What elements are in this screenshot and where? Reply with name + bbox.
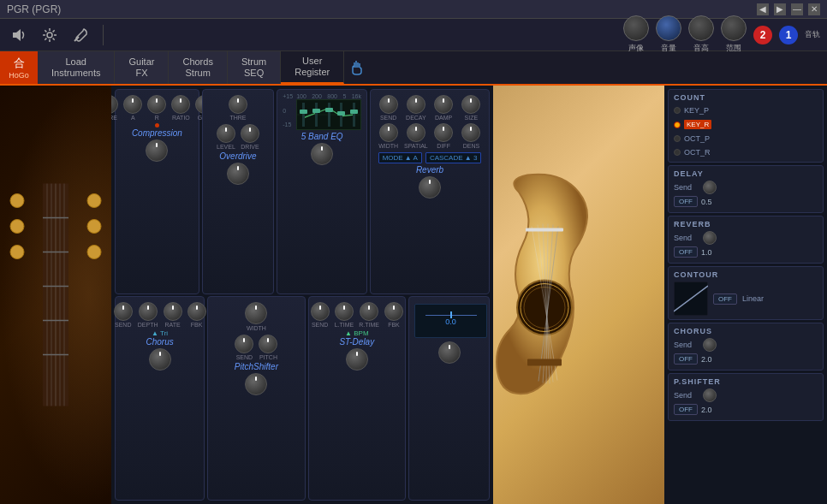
svg-marker-0: [13, 29, 21, 41]
reverb-decay-knob[interactable]: [407, 95, 425, 114]
delay-fbk-knob[interactable]: [384, 302, 403, 321]
octp-label: OCT_P: [684, 134, 710, 143]
stdelay-box: SEND L.TIME R.TIME FBK ▲ BPM ST-Delay: [308, 296, 406, 501]
reverb-spatial-knob[interactable]: [407, 123, 425, 142]
delay-off-btn[interactable]: OFF: [674, 196, 698, 207]
pitch-width-knob[interactable]: [245, 302, 267, 324]
reverb-off-btn[interactable]: OFF: [674, 246, 698, 258]
compression-r-knob[interactable]: [147, 95, 166, 114]
window-controls[interactable]: ◀ ▶ — ✕: [757, 3, 820, 15]
home-tab[interactable]: 合 HoGo: [0, 51, 38, 84]
track-badge: 1: [779, 26, 798, 44]
svg-point-21: [517, 281, 572, 335]
range-badge: 2: [753, 26, 772, 44]
compression-ratio-knob[interactable]: [171, 95, 190, 114]
overdrive-thre-knob[interactable]: [229, 95, 247, 114]
volume-param: 音量: [656, 15, 681, 54]
eq-slider-1[interactable]: [302, 103, 305, 127]
tab-strum-seq[interactable]: StrumSEQ: [228, 51, 281, 84]
reverb-damp-knob[interactable]: [434, 95, 453, 114]
eq-main-knob[interactable]: [311, 143, 333, 165]
tab-load-instruments[interactable]: LoadInstruments: [38, 51, 115, 84]
delay-send-knob[interactable]: [703, 181, 717, 194]
track-label: 音轨: [805, 29, 820, 40]
svg-point-16: [10, 246, 24, 259]
chorus-depth-knob[interactable]: [139, 302, 158, 321]
delay-rtime-knob[interactable]: [360, 302, 378, 321]
tab-user-register[interactable]: UserRegister: [281, 51, 344, 84]
reverb-size-knob[interactable]: [461, 95, 480, 114]
reverb-diff-knob[interactable]: [434, 123, 453, 142]
compression-main-knob[interactable]: [146, 139, 168, 162]
reverb-send-knob[interactable]: [379, 95, 398, 114]
compression-thre-knob[interactable]: [111, 95, 118, 114]
top-toolbar: 声像 音量 音高 范围 2 1 音轨: [0, 19, 827, 51]
minimize-button[interactable]: —: [791, 3, 803, 15]
chorus-fbk-knob[interactable]: [187, 302, 206, 321]
pitchshifter-main-knob[interactable]: [245, 373, 267, 395]
pshifter-off-btn[interactable]: OFF: [674, 404, 698, 415]
pitchshifter-box: WIDTH SEND PITCH PitchShifter: [207, 296, 305, 501]
volume-knob[interactable]: [656, 15, 681, 41]
keyp-label: KEY_P: [684, 106, 710, 115]
tuner-main-knob[interactable]: [438, 341, 461, 364]
delay-title: DELAY: [674, 169, 818, 178]
speaker-icon[interactable]: [7, 23, 31, 47]
svg-point-17: [87, 194, 101, 208]
contour-graph: [674, 282, 708, 316]
eq-slider-5[interactable]: [353, 103, 355, 127]
reverb-title: Reverb: [416, 165, 443, 175]
chorus-rate-knob[interactable]: [164, 302, 182, 321]
delay-section: DELAY Send OFF 0.5: [668, 165, 824, 213]
tuner-display: 0.0: [414, 304, 487, 338]
overdrive-title: Overdrive: [219, 151, 256, 161]
tuner-box: 0.0: [408, 296, 490, 501]
wrench-icon[interactable]: [68, 23, 92, 47]
compression-a-knob[interactable]: [123, 95, 142, 114]
settings-icon[interactable]: [38, 23, 62, 47]
chorus-send-right-knob[interactable]: [703, 338, 717, 352]
close-button[interactable]: ✕: [808, 3, 820, 15]
stdelay-main-knob[interactable]: [346, 348, 368, 371]
range-param: 范围: [721, 15, 747, 54]
pshifter-send-knob[interactable]: [703, 388, 717, 402]
fx-row-2: SEND DEPTH RATE FBK ▲ Tri Chorus WIDTH S…: [115, 296, 490, 501]
sound-knob[interactable]: [623, 15, 649, 41]
compression-title: Compression: [132, 128, 182, 138]
chorus-send-knob[interactable]: [114, 302, 133, 321]
range-knob[interactable]: [721, 15, 747, 41]
tab-guitar-fx[interactable]: GuitarFX: [115, 51, 169, 84]
tab-chords-strum[interactable]: ChordsStrum: [169, 51, 227, 84]
overdrive-level-knob[interactable]: [217, 124, 235, 143]
pitch-knob[interactable]: [688, 15, 714, 41]
toolbar-separator: [103, 25, 104, 45]
reverb-width-knob[interactable]: [379, 123, 398, 142]
reverb-main-knob[interactable]: [419, 176, 441, 199]
eq-slider-2[interactable]: [315, 103, 318, 127]
eq-slider-3[interactable]: [328, 103, 330, 127]
guitar-left-decoration: [0, 86, 111, 504]
delay-send-knob[interactable]: [311, 302, 330, 321]
pitch-send-knob[interactable]: [235, 335, 253, 353]
reverb-send-right-knob[interactable]: [703, 231, 717, 245]
svg-point-14: [10, 194, 24, 208]
eq-slider-4[interactable]: [340, 103, 342, 127]
guitar-image: [493, 86, 664, 504]
chorus-main-knob[interactable]: [149, 348, 171, 371]
nav-back-button[interactable]: ◀: [757, 3, 769, 15]
pitch-pitch-knob[interactable]: [259, 335, 277, 353]
chorus-off-btn[interactable]: OFF: [674, 353, 698, 365]
nav-forward-button[interactable]: ▶: [774, 3, 786, 15]
overdrive-drive-knob[interactable]: [241, 124, 259, 143]
overdrive-main-knob[interactable]: [227, 163, 249, 185]
tuner-value: 0.0: [445, 317, 456, 326]
count-title: COUNT: [674, 93, 818, 102]
reverb-dens-knob[interactable]: [461, 123, 480, 142]
count-section: COUNT KEY_P KEY_R OCT_P OCT_R: [668, 89, 824, 163]
contour-section: CONTOUR OFF Linear: [668, 266, 824, 320]
top-right-params: 声像 音量 音高 范围 2 1 音轨: [623, 15, 820, 54]
tuner-needle: [450, 311, 452, 318]
delay-ltime-knob[interactable]: [335, 302, 354, 321]
contour-off-btn[interactable]: OFF: [713, 294, 737, 305]
keyr-label: KEY_R: [684, 120, 711, 129]
